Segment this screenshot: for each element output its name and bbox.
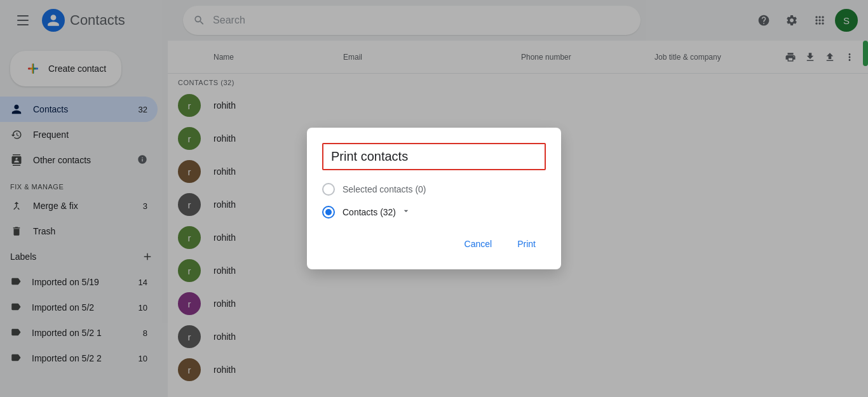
dialog-title: Print contacts: [322, 143, 546, 170]
print-dialog: Print contacts Selected contacts (0) Con…: [307, 128, 561, 269]
print-button[interactable]: Print: [507, 234, 546, 254]
chevron-down-icon[interactable]: [401, 206, 411, 219]
contacts-dropdown-row: Contacts (32): [342, 206, 411, 219]
modal-overlay[interactable]: Print contacts Selected contacts (0) Con…: [0, 0, 868, 397]
dialog-actions: Cancel Print: [322, 234, 546, 254]
option-selected-contacts[interactable]: Selected contacts (0): [322, 183, 546, 196]
radio-selected-contacts[interactable]: [322, 183, 335, 196]
option-selected-label: Selected contacts (0): [342, 184, 426, 194]
cancel-button[interactable]: Cancel: [454, 234, 503, 254]
option-contacts-label: Contacts (32): [342, 207, 396, 217]
option-all-contacts[interactable]: Contacts (32): [322, 206, 546, 219]
radio-all-contacts[interactable]: [322, 206, 335, 219]
